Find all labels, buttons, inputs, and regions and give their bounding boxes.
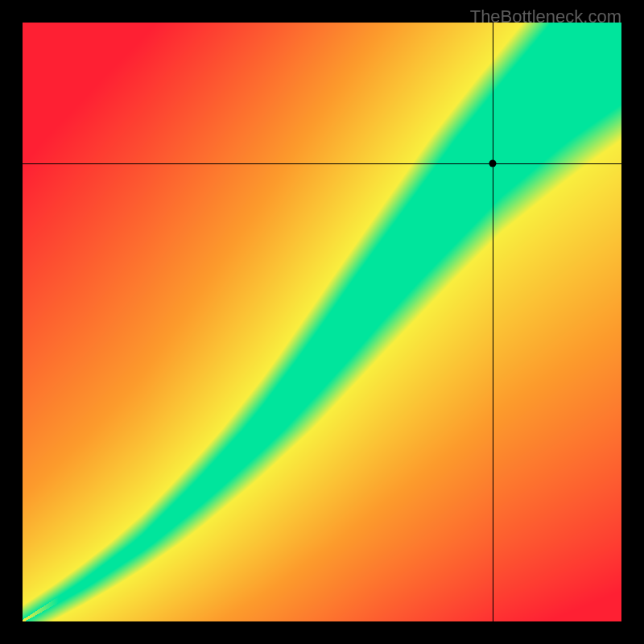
watermark-text: TheBottleneck.com: [470, 6, 621, 27]
heatmap-plot: [23, 23, 621, 621]
intersection-marker: [489, 159, 497, 167]
heatmap-canvas: [23, 23, 621, 621]
chart-container: TheBottleneck.com: [0, 0, 644, 644]
crosshair-horizontal: [23, 163, 621, 164]
crosshair-vertical: [493, 23, 493, 621]
